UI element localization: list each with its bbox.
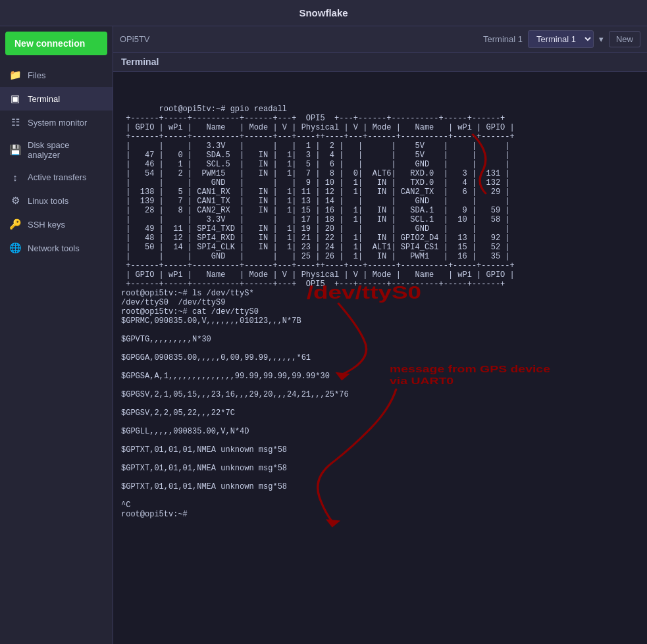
title-bar: Snowflake	[0, 0, 647, 26]
ssh-keys-icon: 🔑	[9, 218, 21, 230]
sidebar-item-ssh-keys[interactable]: 🔑 SSH keys	[0, 212, 113, 236]
svg-text:message from GPS device: message from GPS device	[390, 363, 550, 374]
sidebar-section: 📁 Files ▣ Terminal ☷ System monitor 💾 Di…	[0, 61, 113, 262]
terminal-content: root@opi5tv:~# gpio readall +------+----…	[121, 95, 639, 556]
sidebar-item-linux-tools[interactable]: ⚙ Linux tools	[0, 189, 113, 212]
disk-icon: 💾	[9, 144, 21, 156]
sidebar-item-system-monitor[interactable]: ☷ System monitor	[0, 111, 113, 134]
linux-tools-icon: ⚙	[9, 195, 21, 207]
files-icon: 📁	[9, 69, 21, 81]
terminal-header-label: Terminal	[121, 57, 159, 67]
sidebar-item-active-transfers[interactable]: ↕ Active transfers	[0, 166, 113, 189]
terminal-icon: ▣	[9, 93, 21, 105]
sidebar-item-terminal[interactable]: ▣ Terminal	[0, 87, 113, 111]
svg-marker-4	[326, 519, 340, 528]
sidebar-item-disk-space-analyzer[interactable]: 💾 Disk space analyzer	[0, 134, 113, 166]
terminal-tab-select[interactable]: Terminal 1	[528, 30, 594, 48]
sidebar-item-label: Files	[28, 70, 45, 80]
terminal-text: root@opi5tv:~# gpio readall +------+----…	[121, 105, 515, 519]
dropdown-arrow: ▾	[599, 34, 604, 44]
system-monitor-icon: ☷	[9, 116, 21, 128]
sidebar-item-label: Disk space analyzer	[28, 140, 103, 160]
sidebar-item-label: SSH keys	[28, 220, 65, 230]
app-title: Snowflake	[299, 7, 348, 18]
new-connection-button[interactable]: New connection	[5, 32, 107, 55]
svg-marker-1	[335, 372, 349, 381]
sidebar-item-network-tools[interactable]: 🌐 Network tools	[0, 236, 113, 260]
network-tools-icon: 🌐	[9, 242, 21, 254]
sidebar: New connection 📁 Files ▣ Terminal ☷ Syst…	[0, 26, 113, 644]
app-body: New connection 📁 Files ▣ Terminal ☷ Syst…	[0, 26, 647, 644]
transfers-icon: ↕	[9, 172, 21, 183]
terminal-output[interactable]: root@opi5tv:~# gpio readall +------+----…	[113, 72, 647, 644]
terminal-section-header: Terminal	[113, 53, 647, 72]
sidebar-item-files[interactable]: 📁 Files	[0, 63, 113, 87]
svg-text:via UART0: via UART0	[390, 376, 453, 387]
connection-tab-label: OPi5TV	[120, 34, 150, 44]
sidebar-item-label: Terminal	[28, 94, 60, 104]
terminal-tab-label: Terminal 1	[483, 34, 523, 44]
tab-bar: OPi5TV Terminal 1 Terminal 1 ▾ New	[113, 26, 647, 53]
sidebar-item-label: Linux tools	[28, 196, 68, 206]
sidebar-item-label: Network tools	[28, 243, 80, 253]
sidebar-item-label: Active transfers	[28, 172, 87, 182]
sidebar-item-label: System monitor	[28, 118, 87, 128]
content-area: OPi5TV Terminal 1 Terminal 1 ▾ New Termi…	[113, 26, 647, 644]
new-terminal-button[interactable]: New	[609, 31, 640, 47]
